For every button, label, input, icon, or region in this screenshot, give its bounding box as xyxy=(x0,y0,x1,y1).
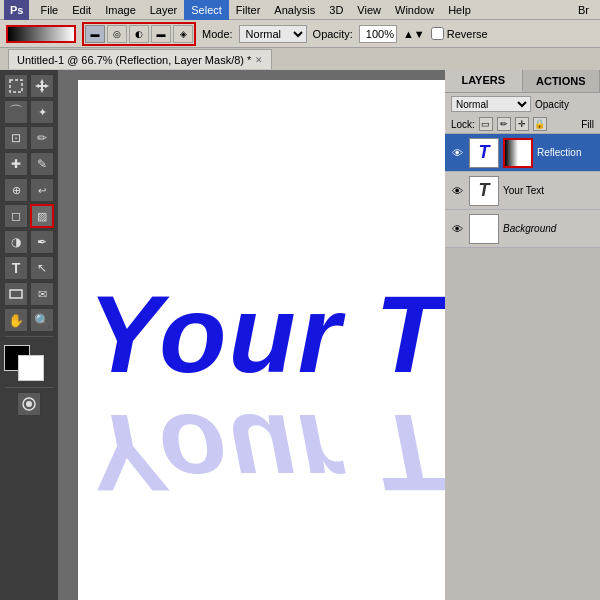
menu-file[interactable]: File xyxy=(33,0,65,20)
brush-tool[interactable]: ✎ xyxy=(30,152,54,176)
layers-mode-select[interactable]: Normal Multiply Screen xyxy=(451,96,531,112)
dodge-tool[interactable]: ◑ xyxy=(4,230,28,254)
menu-layer[interactable]: Layer xyxy=(143,0,185,20)
gradient-type-group: ▬ ◎ ◐ ▬ ◈ xyxy=(82,22,196,46)
text-tool[interactable]: T xyxy=(4,256,28,280)
tab-bar: Untitled-1 @ 66.7% (Reflection, Layer Ma… xyxy=(0,48,600,70)
layer-thumb-yourtext: T xyxy=(469,176,499,206)
main-layout: ⌒ ✦ ⊡ ✏ ✚ ✎ ⊕ ↩ ◻ ▨ ◑ ✒ T ↖ xyxy=(0,70,600,600)
fill-label: Fill xyxy=(581,119,594,130)
wand-tool[interactable]: ✦ xyxy=(30,100,54,124)
angle-gradient-btn[interactable]: ◐ xyxy=(129,25,149,43)
tab-close-button[interactable]: ✕ xyxy=(255,55,263,65)
layer-thumb-background xyxy=(469,214,499,244)
tool-row-6: ◻ ▨ xyxy=(4,204,54,228)
canvas-area[interactable]: Your T Your T xyxy=(58,70,445,600)
svg-rect-0 xyxy=(10,80,22,92)
lock-all-btn[interactable]: 🔒 xyxy=(533,117,547,131)
svg-marker-1 xyxy=(35,79,49,93)
zoom-tool[interactable]: 🔍 xyxy=(30,308,54,332)
diamond-gradient-btn[interactable]: ◈ xyxy=(173,25,193,43)
marquee-tool[interactable] xyxy=(4,74,28,98)
menu-analysis[interactable]: Analysis xyxy=(267,0,322,20)
layer-name-background: Background xyxy=(503,223,596,234)
options-bar: ▬ ◎ ◐ ▬ ◈ Mode: Normal Dissolve Multiply… xyxy=(0,20,600,48)
canvas-main-text: Your T xyxy=(88,270,444,397)
canvas-reflection-text: Your T xyxy=(88,390,444,517)
menu-bar: Ps File Edit Image Layer Select Filter A… xyxy=(0,0,600,20)
eraser-tool[interactable]: ◻ xyxy=(4,204,28,228)
layers-options-bar: Normal Multiply Screen Opacity xyxy=(445,93,600,115)
menu-edit[interactable]: Edit xyxy=(65,0,98,20)
layers-lock-bar: Lock: ▭ ✏ ✛ 🔒 Fill xyxy=(445,115,600,134)
reverse-checkbox[interactable] xyxy=(431,27,444,40)
menu-select[interactable]: Select xyxy=(184,0,229,20)
toolbar-divider xyxy=(5,336,53,337)
layer-name-yourtext: Your Text xyxy=(503,185,596,196)
background-color[interactable] xyxy=(18,355,44,381)
layer-row-background[interactable]: 👁 Background xyxy=(445,210,600,248)
radial-gradient-btn[interactable]: ◎ xyxy=(107,25,127,43)
ps-logo: Ps xyxy=(4,0,29,20)
layer-thumb-mask-reflection xyxy=(503,138,533,168)
menu-window[interactable]: Window xyxy=(388,0,441,20)
shape-tool[interactable] xyxy=(4,282,28,306)
toolbar: ⌒ ✦ ⊡ ✏ ✚ ✎ ⊕ ↩ ◻ ▨ ◑ ✒ T ↖ xyxy=(0,70,58,600)
menu-image[interactable]: Image xyxy=(98,0,143,20)
layer-visibility-reflection[interactable]: 👁 xyxy=(449,145,465,161)
tool-row-4: ✚ ✎ xyxy=(4,152,54,176)
reverse-checkbox-label[interactable]: Reverse xyxy=(431,27,488,40)
layer-visibility-yourtext[interactable]: 👁 xyxy=(449,183,465,199)
layers-opacity-label: Opacity xyxy=(535,99,569,110)
tool-row-7: ◑ ✒ xyxy=(4,230,54,254)
layers-empty-area xyxy=(445,248,600,600)
tool-row-9: ✉ xyxy=(4,282,54,306)
canvas-document: Your T Your T xyxy=(78,80,445,600)
crop-tool[interactable]: ⊡ xyxy=(4,126,28,150)
mode-label: Mode: xyxy=(202,28,233,40)
lasso-tool[interactable]: ⌒ xyxy=(4,100,28,124)
menu-help[interactable]: Help xyxy=(441,0,478,20)
mode-select[interactable]: Normal Dissolve Multiply xyxy=(239,25,307,43)
document-tab[interactable]: Untitled-1 @ 66.7% (Reflection, Layer Ma… xyxy=(8,49,272,69)
lock-position-btn[interactable]: ✛ xyxy=(515,117,529,131)
tab-title: Untitled-1 @ 66.7% (Reflection, Layer Ma… xyxy=(17,54,251,66)
layer-row-yourtext[interactable]: 👁 T Your Text xyxy=(445,172,600,210)
lock-label: Lock: xyxy=(451,119,475,130)
layer-name-reflection: Reflection xyxy=(537,147,596,158)
layer-visibility-background[interactable]: 👁 xyxy=(449,221,465,237)
stamp-tool[interactable]: ⊕ xyxy=(4,178,28,202)
lock-transparency-btn[interactable]: ▭ xyxy=(479,117,493,131)
gradient-tool[interactable]: ▨ xyxy=(30,204,54,228)
menu-view[interactable]: View xyxy=(350,0,388,20)
layers-panel-tabs: LAYERS ACTIONS xyxy=(445,70,600,93)
hand-tool[interactable]: ✋ xyxy=(4,308,28,332)
pen-tool[interactable]: ✒ xyxy=(30,230,54,254)
tool-row-5: ⊕ ↩ xyxy=(4,178,54,202)
tool-row-2: ⌒ ✦ xyxy=(4,100,54,124)
tool-row-8: T ↖ xyxy=(4,256,54,280)
toolbar-divider-2 xyxy=(5,387,53,388)
move-tool[interactable] xyxy=(30,74,54,98)
tab-actions[interactable]: ACTIONS xyxy=(523,70,601,92)
layer-row-reflection[interactable]: 👁 T Reflection xyxy=(445,134,600,172)
eyedropper-tool[interactable]: ✏ xyxy=(30,126,54,150)
lock-pixels-btn[interactable]: ✏ xyxy=(497,117,511,131)
opacity-label: Opacity: xyxy=(313,28,353,40)
linear-gradient-btn[interactable]: ▬ xyxy=(85,25,105,43)
tool-row-extra xyxy=(17,392,41,416)
opacity-input[interactable] xyxy=(359,25,397,43)
menu-filter[interactable]: Filter xyxy=(229,0,267,20)
notes-tool[interactable]: ✉ xyxy=(30,282,54,306)
tab-layers[interactable]: LAYERS xyxy=(445,70,523,92)
menu-3d[interactable]: 3D xyxy=(322,0,350,20)
quick-mask-tool[interactable] xyxy=(17,392,41,416)
history-brush-tool[interactable]: ↩ xyxy=(30,178,54,202)
reflected-gradient-btn[interactable]: ▬ xyxy=(151,25,171,43)
bridge-button[interactable]: Br xyxy=(571,0,596,20)
path-select-tool[interactable]: ↖ xyxy=(30,256,54,280)
tool-row-1 xyxy=(4,74,54,98)
svg-point-4 xyxy=(26,401,32,407)
heal-tool[interactable]: ✚ xyxy=(4,152,28,176)
gradient-preview[interactable] xyxy=(6,25,76,43)
